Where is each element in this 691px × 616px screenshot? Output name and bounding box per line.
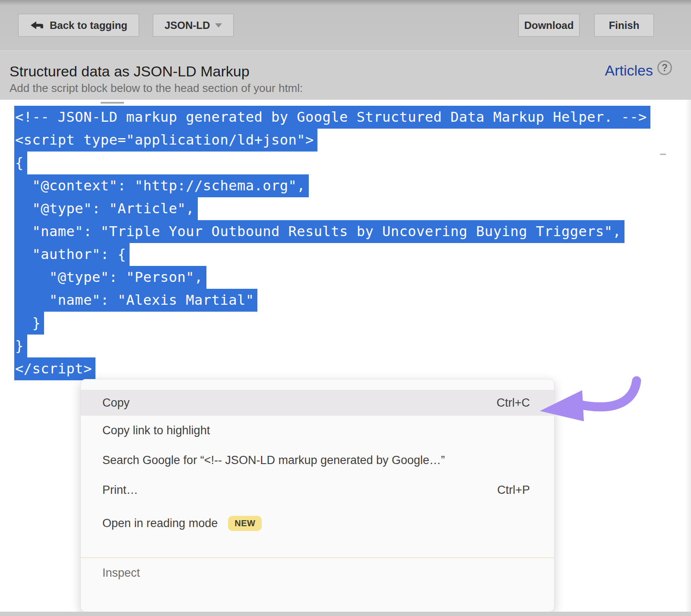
context-menu: Copy Ctrl+C Copy link to highlight Searc… <box>80 379 555 612</box>
code-line-text: "name": "Alexis Martial" <box>14 289 257 312</box>
code-line-text: } <box>14 312 44 335</box>
menu-shortcut: Ctrl+P <box>497 483 530 497</box>
menu-item-search-google[interactable]: Search Google for “<!-- JSON-LD markup g… <box>81 445 554 475</box>
help-glyph: ? <box>662 62 668 74</box>
code-line: } <box>14 335 650 357</box>
format-dropdown[interactable]: JSON-LD <box>153 14 234 37</box>
scrollbar-dash <box>101 102 124 104</box>
code-line: "@type": "Person", <box>14 266 650 289</box>
code-line-text: <!-- JSON-LD markup generated by Google … <box>14 106 650 129</box>
menu-item-copy[interactable]: Copy Ctrl+C <box>81 390 554 416</box>
finish-button-label: Finish <box>609 19 640 32</box>
menu-item-label: Copy link to highlight <box>102 424 210 437</box>
chevron-down-icon <box>215 23 222 28</box>
code-line-text: "name": "Triple Your Outbound Results by… <box>14 220 624 243</box>
code-line-text: { <box>14 152 27 174</box>
help-icon[interactable]: ? <box>657 60 672 75</box>
code-line: } <box>14 312 650 335</box>
menu-shortcut: Ctrl+C <box>497 396 530 410</box>
back-arrow-icon <box>30 20 44 31</box>
code-line: <script type="application/ld+json"> <box>14 129 650 152</box>
articles-link[interactable]: Articles <box>605 62 653 79</box>
back-button-label: Back to tagging <box>50 19 127 32</box>
code-line: "name": "Triple Your Outbound Results by… <box>14 220 650 243</box>
menu-item-label: Copy <box>102 396 130 410</box>
code-line: "@context": "http://schema.org", <box>14 174 650 197</box>
format-dropdown-label: JSON-LD <box>165 19 210 32</box>
window-right-edge <box>685 100 691 612</box>
page-subtitle: Add the script block below to the head s… <box>10 82 303 95</box>
code-line-text: "author": { <box>14 243 130 266</box>
menu-item-inspect[interactable]: Inspect <box>81 558 554 588</box>
download-button-label: Download <box>524 19 574 32</box>
code-line: "@type": "Article", <box>14 197 650 220</box>
top-toolbar: Back to tagging JSON-LD Download Finish <box>0 0 691 51</box>
code-line: </script> <box>14 357 650 380</box>
finish-button[interactable]: Finish <box>594 14 654 37</box>
json-ld-code-block[interactable]: <!-- JSON-LD markup generated by Google … <box>14 106 650 380</box>
menu-item-label: Print… <box>102 483 138 497</box>
menu-item-label: Inspect <box>102 566 140 580</box>
tick-artifact <box>660 154 666 155</box>
code-output-area[interactable]: <!-- JSON-LD markup generated by Google … <box>0 100 691 385</box>
menu-item-print[interactable]: Print… Ctrl+P <box>81 475 554 505</box>
page-header: Structured data as JSON-LD Markup Add th… <box>0 51 691 100</box>
code-line: <!-- JSON-LD markup generated by Google … <box>14 106 650 129</box>
menu-item-copy-link-to-highlight[interactable]: Copy link to highlight <box>81 416 554 445</box>
menu-item-label: Search Google for “<!-- JSON-LD markup g… <box>102 454 445 467</box>
back-to-tagging-button[interactable]: Back to tagging <box>18 14 139 37</box>
menu-item-label: Open in reading mode <box>102 517 218 530</box>
code-line-text: "@type": "Person", <box>14 266 206 289</box>
code-line: { <box>14 152 650 174</box>
code-line: "name": "Alexis Martial" <box>14 289 650 312</box>
code-line: "author": { <box>14 243 650 266</box>
page-title: Structured data as JSON-LD Markup <box>10 63 250 80</box>
code-line-text: "@context": "http://schema.org", <box>14 174 309 197</box>
code-line-text: } <box>14 335 27 357</box>
download-button[interactable]: Download <box>518 14 580 37</box>
code-line-text: "@type": "Article", <box>14 197 198 220</box>
new-badge: NEW <box>228 516 262 531</box>
menu-item-open-in-reading-mode[interactable]: Open in reading mode NEW <box>81 505 554 542</box>
window-bottom-edge <box>0 612 691 616</box>
code-line-text: <script type="application/ld+json"> <box>14 129 317 152</box>
code-line-text: </script> <box>14 357 95 380</box>
